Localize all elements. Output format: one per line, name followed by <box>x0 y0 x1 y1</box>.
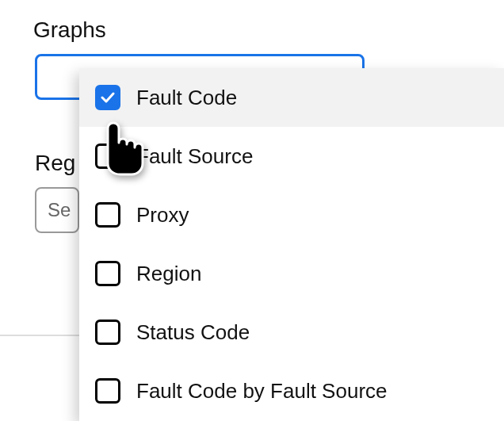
graphs-dropdown-panel: Fault Code Fault Source Proxy Region Sta… <box>79 68 504 421</box>
dropdown-item-fault-code-by-fault-source[interactable]: Fault Code by Fault Source <box>79 362 504 420</box>
dropdown-item-label: Fault Code <box>136 86 237 110</box>
dropdown-item-status-code[interactable]: Status Code <box>79 303 504 362</box>
dropdown-item-label: Status Code <box>136 320 250 345</box>
region-label: Reg <box>35 151 75 176</box>
checkbox-region[interactable] <box>95 261 120 286</box>
dropdown-item-label: Fault Source <box>136 144 253 169</box>
dropdown-item-label: Fault Code by Fault Source <box>136 379 388 404</box>
graphs-label: Graphs <box>33 17 106 43</box>
region-select[interactable]: Se <box>35 187 79 233</box>
dropdown-item-region[interactable]: Region <box>79 244 504 303</box>
dropdown-item-fault-code[interactable]: Fault Code <box>79 68 504 127</box>
dropdown-item-label: Region <box>136 262 201 286</box>
checkbox-fault-code[interactable] <box>95 85 120 110</box>
dropdown-item-fault-source[interactable]: Fault Source <box>79 127 504 186</box>
dropdown-item-proxy[interactable]: Proxy <box>79 186 504 244</box>
checkmark-icon <box>101 92 115 103</box>
dropdown-item-label: Proxy <box>136 203 189 228</box>
checkbox-proxy[interactable] <box>95 202 120 228</box>
checkbox-fault-source[interactable] <box>95 144 120 169</box>
checkbox-fault-code-by-fault-source[interactable] <box>95 378 120 404</box>
checkbox-status-code[interactable] <box>95 320 120 345</box>
divider <box>0 335 79 336</box>
